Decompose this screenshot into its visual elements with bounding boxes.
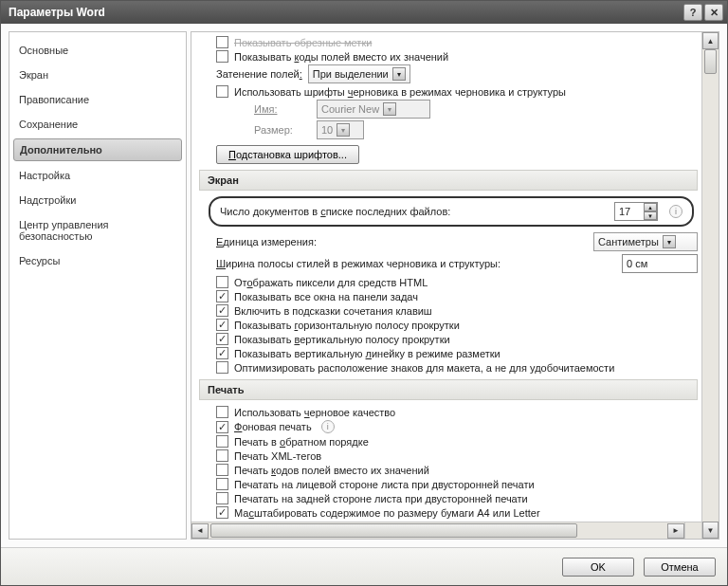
font-substitution-button[interactable]: Подстановка шрифтов...: [216, 145, 359, 164]
scroll-up-icon[interactable]: ▲: [702, 32, 719, 49]
category-nav: Основные Экран Правописание Сохранение Д…: [9, 31, 187, 540]
label-crop-marks: Показывать обрезные метки: [234, 37, 372, 48]
checkbox-shortcut-tooltips[interactable]: [216, 304, 228, 317]
info-icon: i: [669, 205, 682, 218]
spinner-recent-count[interactable]: 17 ▲▼: [614, 202, 658, 221]
nav-item-advanced[interactable]: Дополнительно: [13, 138, 182, 161]
checkbox-vscroll[interactable]: [216, 333, 228, 345]
label-print-field-codes: Печать кодов полей вместо их значений: [234, 465, 429, 476]
nav-item-display[interactable]: Экран: [9, 63, 186, 87]
checkbox-reverse-order[interactable]: [216, 435, 228, 448]
close-button[interactable]: ✕: [704, 4, 723, 21]
checkbox-draft-fonts[interactable]: [216, 85, 228, 98]
titlebar: Параметры Word ? ✕: [1, 1, 727, 24]
chevron-down-icon: ▾: [392, 67, 406, 81]
cancel-button[interactable]: Отмена: [644, 558, 716, 577]
nav-item-general[interactable]: Основные: [9, 38, 186, 63]
select-field-shading[interactable]: При выделении▾: [308, 64, 410, 83]
recent-files-callout: Число документов в списке последних файл…: [209, 196, 694, 227]
vscroll-thumb[interactable]: [704, 49, 717, 74]
nav-item-customize[interactable]: Настройка: [9, 163, 186, 188]
dialog-body: Основные Экран Правописание Сохранение Д…: [1, 24, 727, 547]
horizontal-scrollbar[interactable]: ◄ ►: [191, 522, 684, 539]
nav-item-resources[interactable]: Ресурсы: [9, 248, 186, 273]
chevron-down-icon: ▾: [663, 235, 676, 248]
label-shortcut-tooltips: Включить в подсказки сочетания клавиш: [234, 305, 432, 317]
label-font-size: Размер:: [254, 124, 311, 136]
help-button[interactable]: ?: [683, 4, 702, 21]
ok-button[interactable]: OK: [562, 558, 634, 577]
content-pane: Показывать обрезные метки Показывать код…: [191, 31, 719, 540]
label-optimize-layout: Оптимизировать расположение знаков для м…: [234, 362, 614, 374]
section-screen: Экран: [199, 170, 698, 191]
select-font-name: Courier New▾: [317, 100, 430, 119]
nav-item-addins[interactable]: Надстройки: [9, 188, 186, 212]
label-style-width: Ширина полосы стилей в режимах черновика…: [216, 258, 500, 269]
select-unit[interactable]: Сантиметры▾: [593, 232, 698, 251]
label-field-shading: Затенение полей:: [216, 68, 302, 80]
label-draft-quality: Использовать черновое качество: [234, 407, 395, 418]
checkbox-field-codes[interactable]: [216, 50, 228, 63]
scroll-corner: [684, 522, 701, 539]
label-vscroll: Показывать вертикальную полосу прокрутки: [234, 334, 450, 345]
checkbox-draft-quality[interactable]: [216, 406, 228, 418]
label-field-codes: Показывать коды полей вместо их значений: [234, 51, 448, 63]
checkbox-print-field-codes[interactable]: [216, 464, 228, 476]
label-unit: Единица измерения:: [216, 236, 317, 247]
label-pixels-html: Отображать пиксели для средств HTML: [234, 277, 428, 288]
label-background-printing: Фоновая печать: [234, 421, 312, 432]
scroll-content: Показывать обрезные метки Показывать код…: [191, 32, 701, 522]
checkbox-hscroll[interactable]: [216, 319, 228, 331]
label-font-name: Имя:: [254, 103, 311, 115]
info-icon: i: [321, 420, 335, 433]
label-hscroll: Показывать горизонтальную полосу прокрут…: [234, 320, 460, 331]
label-xml-tags: Печать XML-тегов: [234, 450, 321, 462]
spinner-down-icon[interactable]: ▼: [644, 211, 657, 220]
checkbox-crop-marks[interactable]: [216, 36, 228, 48]
checkbox-vruler[interactable]: [216, 347, 228, 359]
hscroll-thumb[interactable]: [210, 523, 577, 538]
checkbox-optimize-layout[interactable]: [216, 361, 228, 374]
input-style-width[interactable]: 0 см: [622, 254, 698, 273]
section-print: Печать: [199, 379, 698, 400]
label-reverse-order: Печать в обратном порядке: [234, 436, 369, 448]
scroll-right-icon[interactable]: ►: [667, 523, 684, 539]
spinner-up-icon[interactable]: ▲: [644, 203, 657, 211]
label-vruler: Показывать вертикальную линейку в режиме…: [234, 348, 500, 359]
label-draft-fonts: Использовать шрифты черновика в режимах …: [234, 86, 566, 98]
nav-item-trust[interactable]: Центр управления безопасностью: [9, 212, 186, 248]
label-recent-count: Число документов в списке последних файл…: [220, 206, 450, 217]
scroll-left-icon[interactable]: ◄: [191, 523, 209, 539]
checkbox-scale-a4-letter[interactable]: [216, 506, 228, 519]
checkbox-back-duplex[interactable]: [216, 492, 228, 504]
checkbox-xml-tags[interactable]: [216, 449, 228, 462]
nav-item-save[interactable]: Сохранение: [9, 112, 186, 137]
checkbox-all-windows[interactable]: [216, 290, 228, 302]
vertical-scrollbar[interactable]: ▲ ▼: [701, 32, 719, 539]
window-title: Параметры Word: [5, 6, 682, 19]
label-all-windows: Показывать все окна на панели задач: [234, 291, 418, 302]
scroll-down-icon[interactable]: ▼: [702, 522, 719, 539]
label-back-duplex: Печатать на задней стороне листа при дву…: [234, 493, 528, 504]
dialog-footer: OK Отмена: [1, 547, 727, 585]
checkbox-pixels-html[interactable]: [216, 276, 228, 288]
word-options-dialog: Параметры Word ? ✕ Основные Экран Правоп…: [0, 0, 728, 586]
checkbox-front-duplex[interactable]: [216, 478, 228, 490]
checkbox-background-printing[interactable]: [216, 421, 228, 433]
chevron-down-icon: ▾: [383, 102, 396, 116]
nav-item-proofing[interactable]: Правописание: [9, 87, 186, 112]
label-front-duplex: Печатать на лицевой стороне листа при дв…: [234, 479, 535, 490]
label-scale-a4-letter: Масштабировать содержимое по размеру бум…: [234, 507, 540, 519]
chevron-down-icon: ▾: [337, 123, 350, 137]
select-font-size: 10▾: [317, 120, 364, 139]
